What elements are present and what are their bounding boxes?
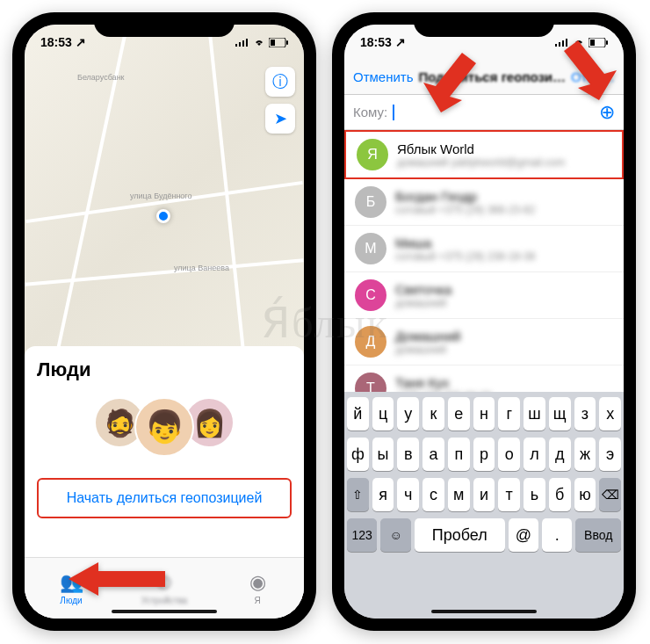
key[interactable]: э xyxy=(599,438,621,471)
key[interactable]: й xyxy=(347,397,369,431)
key[interactable]: и xyxy=(473,478,495,511)
contact-name: Богдан Геодр xyxy=(395,189,535,204)
key[interactable]: ц xyxy=(372,397,394,431)
contact-detail: сотовый +375 (29) 238-19-38 xyxy=(395,250,535,263)
notch xyxy=(414,12,554,37)
key-dot[interactable]: . xyxy=(542,518,572,552)
annotation-arrow xyxy=(420,47,499,127)
svg-rect-3 xyxy=(246,39,248,47)
key-at[interactable]: @ xyxy=(509,518,538,552)
tab-label: Я xyxy=(254,596,260,605)
key[interactable]: ш xyxy=(524,397,545,431)
key-numbers[interactable]: 123 xyxy=(347,518,377,552)
status-time: 18:53 xyxy=(40,35,72,49)
contact-row[interactable]: ССветочкадомашний xyxy=(344,272,624,319)
location-arrow-icon: ↗ xyxy=(76,35,86,49)
svg-rect-1 xyxy=(239,42,241,47)
key[interactable]: с xyxy=(422,478,444,511)
contact-row[interactable]: ББогдан Геодрсотовый +375 (29) 366-23-82 xyxy=(344,179,624,226)
memoji-group: 🧔 👦 👩 xyxy=(37,397,292,457)
annotation-arrow xyxy=(69,554,165,604)
key-space[interactable]: Пробел xyxy=(415,518,505,552)
contact-detail: домашний xyxy=(395,344,460,356)
key[interactable]: щ xyxy=(549,397,571,431)
street-label: улица Будённого xyxy=(130,192,191,200)
tab-me[interactable]: ◉ Я xyxy=(211,558,304,619)
contact-row[interactable]: ЯЯблык Worldдомашний yablykworld@gmail.c… xyxy=(344,130,624,179)
svg-rect-0 xyxy=(235,44,237,47)
key-enter[interactable]: Ввод xyxy=(575,518,621,552)
key[interactable]: ⇧ xyxy=(347,478,369,511)
notch xyxy=(94,12,235,37)
svg-marker-15 xyxy=(423,53,476,112)
key[interactable]: а xyxy=(422,438,444,471)
contact-detail: домашний xyxy=(395,297,451,309)
contact-detail: домашний yablykworld@gmail.com xyxy=(397,156,565,169)
avatar: Б xyxy=(355,186,386,218)
key[interactable]: у xyxy=(397,397,419,431)
key-emoji[interactable]: ☺ xyxy=(380,518,410,552)
svg-marker-7 xyxy=(69,562,165,596)
contact-name: Домашний xyxy=(395,329,460,344)
svg-rect-6 xyxy=(271,40,275,46)
start-sharing-button[interactable]: Начать делиться геопозицией xyxy=(37,478,292,518)
avatar: Я xyxy=(357,139,388,170)
key[interactable]: ф xyxy=(347,438,369,471)
location-arrow-icon: ↗ xyxy=(395,35,406,49)
key[interactable]: ю xyxy=(574,478,596,511)
svg-rect-5 xyxy=(286,40,288,45)
annotation-arrow xyxy=(543,35,622,114)
map-view[interactable]: Беларусбанк улица Будённого улица Ванеев… xyxy=(25,25,304,394)
key[interactable]: г xyxy=(498,397,520,431)
key[interactable]: ы xyxy=(372,438,394,471)
signal-icon xyxy=(235,38,249,47)
key[interactable]: в xyxy=(397,438,419,471)
key[interactable]: т xyxy=(498,478,520,511)
me-icon: ◉ xyxy=(249,571,266,594)
home-indicator[interactable] xyxy=(112,610,217,613)
key[interactable]: я xyxy=(372,478,394,511)
key[interactable]: е xyxy=(448,397,470,431)
contact-row[interactable]: ММишасотовый +375 (29) 238-19-38 xyxy=(344,226,624,272)
contact-name: Яблык World xyxy=(397,141,565,156)
key[interactable]: ⌫ xyxy=(599,478,621,511)
avatar: М xyxy=(355,233,386,264)
key[interactable]: ь xyxy=(524,478,545,511)
avatar: Д xyxy=(355,326,386,358)
cancel-button[interactable]: Отменить xyxy=(353,69,414,84)
contact-name: Таня Кух xyxy=(395,375,492,390)
key[interactable]: б xyxy=(549,478,571,511)
contact-detail: сотовый +375 (29) 366-23-82 xyxy=(395,204,535,216)
info-button[interactable]: ⓘ xyxy=(265,67,295,97)
contacts-list: ЯЯблык Worldдомашний yablykworld@gmail.c… xyxy=(344,130,624,412)
status-time: 18:53 xyxy=(360,35,392,49)
key[interactable]: р xyxy=(473,438,495,471)
status-icons xyxy=(235,38,288,47)
key[interactable]: ч xyxy=(397,478,419,511)
phone-left: Беларусбанк улица Будённого улица Ванеев… xyxy=(12,12,316,631)
svg-marker-16 xyxy=(564,40,617,100)
home-indicator[interactable] xyxy=(431,610,537,613)
key[interactable]: д xyxy=(549,438,571,471)
to-label: Кому: xyxy=(353,105,387,119)
locate-button[interactable]: ➤ xyxy=(265,104,295,134)
svg-rect-2 xyxy=(242,40,244,47)
key[interactable]: ж xyxy=(574,438,596,471)
key[interactable]: з xyxy=(574,397,596,431)
wifi-icon xyxy=(253,38,265,47)
key[interactable]: п xyxy=(448,438,470,471)
avatar: С xyxy=(355,279,386,311)
key[interactable]: к xyxy=(422,397,444,431)
memoji-avatar: 👦 xyxy=(134,397,194,457)
key[interactable]: о xyxy=(498,438,520,471)
key[interactable]: л xyxy=(524,438,545,471)
battery-icon xyxy=(269,38,288,47)
key[interactable]: х xyxy=(599,397,621,431)
contact-name: Миша xyxy=(395,235,535,250)
map-poi: Беларусбанк xyxy=(77,73,125,82)
key[interactable]: н xyxy=(473,397,495,431)
contact-row[interactable]: ДДомашнийдомашний xyxy=(344,319,624,365)
street-label: улица Ванеева xyxy=(174,264,229,272)
key[interactable]: м xyxy=(448,478,470,511)
sheet-title: Люди xyxy=(37,358,292,381)
